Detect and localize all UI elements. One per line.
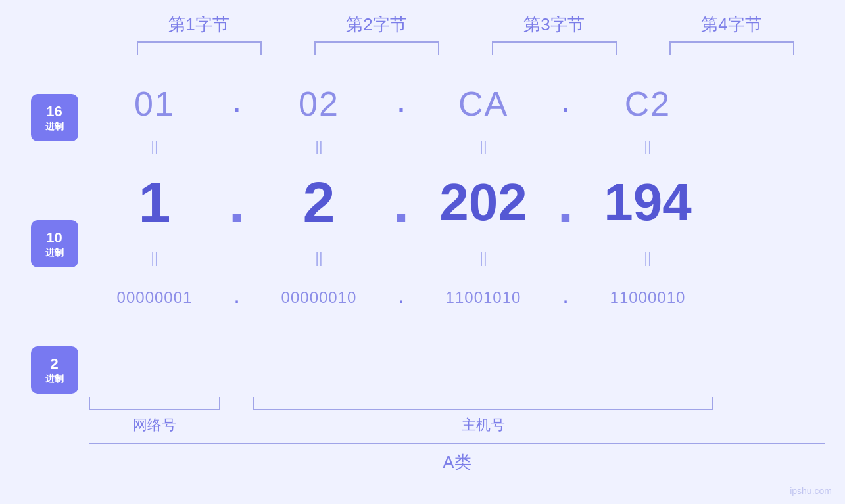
- eq2-b3: ||: [418, 250, 549, 267]
- dec-byte1-cell: 1: [89, 169, 220, 236]
- hex-badge: 16 进制: [31, 94, 78, 141]
- bracket-byte4: [669, 41, 794, 55]
- bin-byte4-cell: 11000010: [582, 288, 713, 307]
- bottom-labels: 网络号 主机号: [89, 415, 825, 435]
- hex-byte1-value: 01: [134, 84, 175, 124]
- class-section: A类: [89, 443, 825, 474]
- data-area: 01 . 02 . CA . C2 || ||: [89, 68, 845, 394]
- network-label: 网络号: [89, 415, 220, 435]
- eq1-b4: ||: [582, 138, 713, 155]
- hex-byte2-cell: 02: [253, 84, 385, 124]
- hex-dot2: .: [385, 90, 418, 118]
- bin-dot2: .: [385, 288, 418, 307]
- dec-byte3-cell: 202: [418, 172, 549, 233]
- bracket-byte1: [137, 41, 262, 55]
- byte4-header: 第4字节: [666, 13, 798, 36]
- bin-badge: 2 进制: [31, 346, 78, 394]
- class-line: [89, 443, 825, 444]
- eq2-b1: ||: [89, 250, 220, 267]
- bin-byte2-cell: 00000010: [253, 288, 385, 307]
- bottom-data: 网络号 主机号 A类: [89, 397, 845, 474]
- bracket-byte2: [314, 41, 439, 55]
- byte1-header: 第1字节: [133, 13, 265, 36]
- bin-byte3-value: 11001010: [446, 288, 521, 307]
- hex-byte4-cell: C2: [582, 84, 713, 124]
- bin-row: 00000001 . 00000010 . 11001010 . 1100001…: [89, 271, 825, 324]
- dec-dot2: .: [385, 169, 418, 236]
- dec-badge: 10 进制: [31, 220, 78, 267]
- eq1-b2: ||: [253, 138, 385, 155]
- eq1-b1: ||: [89, 138, 220, 155]
- hex-byte1-cell: 01: [89, 84, 220, 124]
- class-label: A类: [89, 451, 825, 474]
- dec-byte2-cell: 2: [253, 169, 385, 236]
- host-bracket: [253, 397, 713, 410]
- bottom-brackets: [89, 397, 825, 410]
- byte-headers: 第1字节 第2字节 第3字节 第4字节: [110, 13, 821, 36]
- hex-byte2-value: 02: [299, 84, 339, 124]
- bin-byte1-value: 00000001: [117, 288, 193, 307]
- watermark: ipshu.com: [790, 486, 832, 496]
- dec-byte4-value: 194: [604, 172, 691, 233]
- dec-byte3-value: 202: [439, 172, 527, 233]
- dec-byte4-cell: 194: [582, 172, 713, 233]
- top-brackets: [110, 41, 821, 55]
- bin-byte4-value: 11000010: [610, 288, 686, 307]
- bottom-area: 网络号 主机号 A类: [0, 397, 845, 474]
- main-container: 第1字节 第2字节 第3字节 第4字节 16 进制 10 进制 2 进制: [0, 0, 845, 504]
- hex-dot3: .: [549, 90, 582, 118]
- hex-byte3-cell: CA: [418, 84, 549, 124]
- content-area: 16 进制 10 进制 2 进制 01 . 02: [0, 68, 845, 394]
- eq2-b4: ||: [582, 250, 713, 267]
- byte3-header: 第3字节: [489, 13, 620, 36]
- bin-byte3-cell: 11001010: [418, 288, 549, 307]
- byte2-header: 第2字节: [311, 13, 443, 36]
- equals-row-2: || || || ||: [89, 245, 825, 271]
- dec-row: 1 . 2 . 202 . 194: [89, 160, 825, 245]
- bin-byte2-value: 00000010: [281, 288, 357, 307]
- dec-byte2-value: 2: [303, 169, 335, 236]
- badges-column: 16 进制 10 进制 2 进制: [0, 68, 89, 394]
- dec-byte1-value: 1: [139, 169, 171, 236]
- hex-dot1: .: [220, 90, 253, 118]
- bracket-byte3: [492, 41, 617, 55]
- bin-byte1-cell: 00000001: [89, 288, 220, 307]
- network-bracket: [89, 397, 220, 410]
- hex-row: 01 . 02 . CA . C2: [89, 74, 825, 133]
- eq2-b2: ||: [253, 250, 385, 267]
- bin-dot1: .: [220, 288, 253, 307]
- host-label: 主机号: [253, 415, 713, 435]
- equals-row-1: || || || ||: [89, 133, 825, 160]
- dec-dot3: .: [549, 169, 582, 236]
- dec-dot1: .: [220, 169, 253, 236]
- hex-byte3-value: CA: [458, 84, 508, 124]
- hex-byte4-value: C2: [625, 84, 671, 124]
- eq1-b3: ||: [418, 138, 549, 155]
- bin-dot3: .: [549, 288, 582, 307]
